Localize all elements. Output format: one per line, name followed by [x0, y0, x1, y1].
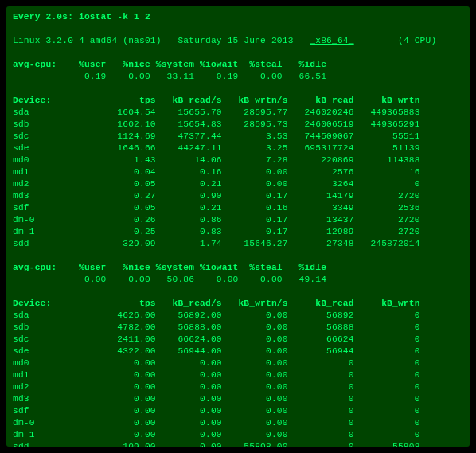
window-frame: Every 2.0s: iostat -k 1 2 Linux 3.2.0-4-… [0, 6, 476, 453]
device-row: dm-1 0.00 0.00 0.00 0 0 [13, 430, 420, 439]
device-row: sdd 329.09 1.74 15646.27 27348 245872014 [13, 239, 420, 248]
device-row: sdc 1124.69 47377.44 3.53 744509067 5551… [13, 131, 420, 141]
device-row: sda 4626.00 56892.00 0.00 56892 0 [13, 310, 420, 320]
cpu-header: avg-cpu: %user %nice %system %iowait %st… [13, 60, 326, 69]
watch-header: Every 2.0s: iostat -k 1 2 [13, 12, 150, 21]
cpu-values: 0.00 0.00 50.86 0.00 0.00 49.14 [13, 275, 326, 284]
device-row: sde 4322.00 56944.00 0.00 56944 0 [13, 346, 420, 356]
device-row: md0 0.00 0.00 0.00 0 0 [13, 358, 420, 368]
device-row: sdf 0.00 0.00 0.00 0 0 [13, 406, 420, 416]
device-row: md1 0.04 0.16 0.00 2576 16 [13, 167, 420, 177]
device-row: sdd 109.00 0.00 55808.00 0 55808 [13, 442, 420, 447]
cpu-values: 0.19 0.00 33.11 0.19 0.00 66.51 [13, 72, 326, 81]
terminal-output: Every 2.0s: iostat -k 1 2 Linux 3.2.0-4-… [6, 6, 470, 447]
device-row: sdb 1602.10 15654.83 28595.73 246006519 … [13, 119, 420, 129]
kernel-line: Linux 3.2.0-4-amd64 (nas01) Saturday 15 … [13, 36, 436, 45]
device-row: md2 0.05 0.21 0.00 3264 0 [13, 179, 420, 189]
device-row: dm-1 0.25 0.83 0.17 12989 2720 [13, 227, 420, 236]
device-row: sde 1646.66 44247.11 3.25 695317724 5113… [13, 143, 420, 153]
device-row: md1 0.00 0.00 0.00 0 0 [13, 370, 420, 380]
device-header: Device: tps kB_read/s kB_wrtn/s kB_read … [13, 96, 420, 105]
device-header: Device: tps kB_read/s kB_wrtn/s kB_read … [13, 299, 420, 308]
device-row: sdf 0.05 0.21 0.16 3349 2536 [13, 203, 420, 213]
device-row: md0 1.43 14.06 7.28 220869 114388 [13, 155, 420, 165]
device-row: md3 0.00 0.00 0.00 0 0 [13, 394, 420, 404]
device-row: md3 0.27 0.90 0.17 14179 2720 [13, 191, 420, 201]
device-row: sdc 2411.00 66624.00 0.00 66624 0 [13, 334, 420, 344]
device-row: dm-0 0.00 0.00 0.00 0 0 [13, 418, 420, 428]
device-row: dm-0 0.26 0.86 0.17 13437 2720 [13, 215, 420, 225]
device-row: sdb 4782.00 56888.00 0.00 56888 0 [13, 322, 420, 332]
device-row: sda 1604.54 15655.70 28595.77 246020246 … [13, 107, 420, 117]
device-row: md2 0.00 0.00 0.00 0 0 [13, 382, 420, 392]
cpu-header: avg-cpu: %user %nice %system %iowait %st… [13, 263, 326, 272]
